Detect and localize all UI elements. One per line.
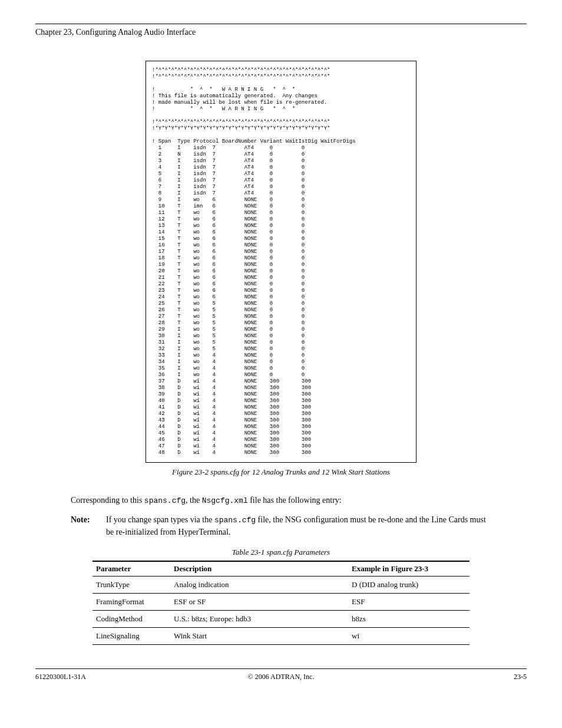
table-header-cell: Description [170, 561, 348, 577]
parameters-table: Parameter Description Example in Figure … [92, 561, 470, 645]
note-label: Note: [71, 514, 106, 538]
table-caption: Table 23-1 span.cfg Parameters [35, 548, 527, 557]
table-row: FramingFormatESF or SFESF [92, 594, 470, 611]
body-text-suffix: file has the following entry: [248, 496, 342, 505]
note-text-prefix: If you change span types via the [106, 515, 214, 524]
chapter-header: Chapter 23, Configuring Analog Audio Int… [35, 28, 527, 37]
body-text-prefix: Corresponding to this [71, 496, 144, 505]
table-cell: U.S.: b8zs; Europe: hdb3 [170, 611, 348, 628]
footer-center: © 2006 ADTRAN, Inc. [141, 673, 421, 681]
footer-left: 61220300L1-31A [35, 673, 141, 681]
config-file-screenshot: !*^*^*^*^*^*^*^*^*^*^*^*^*^*^*^*^*^*^*^*… [146, 61, 416, 463]
table-cell: ESF [348, 594, 470, 611]
body-paragraph: Corresponding to this spans.cfg, the Nsg… [71, 495, 491, 507]
table-cell: ESF or SF [170, 594, 348, 611]
table-cell: Analog indication [170, 577, 348, 594]
table-cell: wi [348, 628, 470, 645]
table-cell: CodingMethod [92, 611, 170, 628]
filename-spans-note: spans.cfg [214, 516, 256, 525]
note-body: If you change span types via the spans.c… [106, 514, 491, 538]
table-row: LineSignalingWink Startwi [92, 628, 470, 645]
table-row: TrunkTypeAnalog indicationD (DID analog … [92, 577, 470, 594]
table-cell: b8zs [348, 611, 470, 628]
body-text-mid: , the [186, 496, 202, 505]
footer-right: 23-5 [421, 673, 527, 681]
table-cell: TrunkType [92, 577, 170, 594]
table-cell: FramingFormat [92, 594, 170, 611]
figure-caption: Figure 23-2 spans.cfg for 12 Analog Trun… [35, 467, 527, 477]
table-header-cell: Example in Figure 23-3 [348, 561, 470, 577]
filename-spans: spans.cfg [144, 496, 186, 505]
table-cell: Wink Start [170, 628, 348, 645]
table-row: CodingMethodU.S.: b8zs; Europe: hdb3b8zs [92, 611, 470, 628]
table-cell: D (DID analog trunk) [348, 577, 470, 594]
table-cell: LineSignaling [92, 628, 170, 645]
table-header-cell: Parameter [92, 561, 170, 577]
filename-nsgcfg: Nsgcfg.xml [202, 496, 248, 505]
table-header-row: Parameter Description Example in Figure … [92, 561, 470, 577]
